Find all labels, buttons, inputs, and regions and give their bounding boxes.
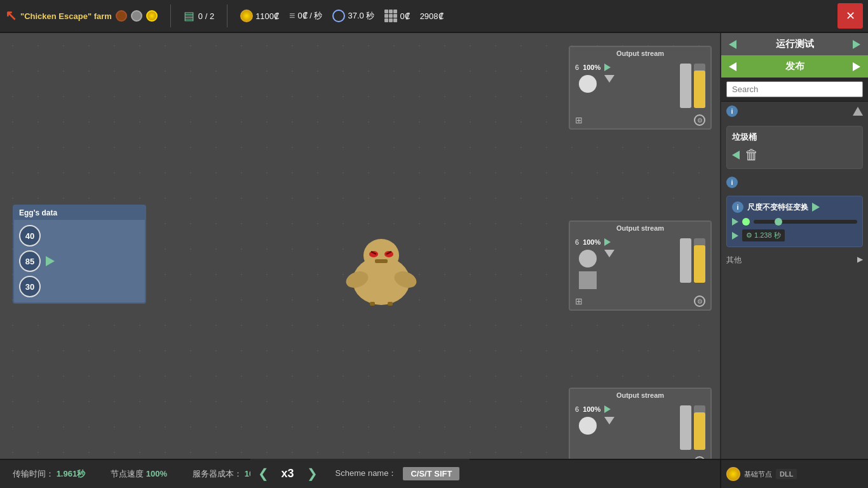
scale-info-row: i bbox=[721, 174, 868, 191]
scale-card-header: i 尺度不变特征变换 bbox=[732, 201, 857, 213]
dot-indicator bbox=[742, 218, 750, 226]
rate-icon: ≡ bbox=[289, 10, 295, 22]
trash-row: 🗑 bbox=[732, 147, 857, 163]
layer-icon-1[interactable]: ⊞ bbox=[575, 115, 583, 125]
zero-value: 0₡ bbox=[400, 11, 409, 21]
right-bottom-bar: 基础节点 DLL bbox=[720, 459, 868, 488]
rate-value: 0₡ / 秒 bbox=[297, 10, 322, 22]
output-num-1: 6 bbox=[575, 64, 579, 71]
output-slider-v-2b[interactable] bbox=[694, 238, 705, 283]
other-arrow-icon[interactable]: ▶ bbox=[857, 255, 863, 264]
scale-play-icon[interactable] bbox=[732, 218, 738, 226]
time-section: 37.0 秒 bbox=[332, 10, 374, 22]
scale-card-info[interactable]: i bbox=[732, 201, 743, 213]
scale-time-value: 1.238 秒 bbox=[754, 231, 781, 239]
output-shape-circle-2 bbox=[579, 250, 597, 268]
output-num-2: 6 bbox=[575, 238, 579, 246]
slider-fill-1b bbox=[694, 71, 705, 109]
output-middle-3 bbox=[604, 405, 676, 424]
trash-card: 垃圾桶 🗑 bbox=[726, 126, 863, 169]
chevron-left-button[interactable]: ❮ bbox=[250, 466, 276, 481]
egg-stat-circle-2: 85 bbox=[19, 250, 41, 272]
slider-fill-3a bbox=[680, 405, 691, 450]
output-num-row-3: 6 100% bbox=[575, 405, 600, 413]
output-left-2: 6 100% bbox=[575, 238, 600, 289]
scroll-up-button[interactable] bbox=[853, 107, 863, 116]
chicken-svg bbox=[343, 236, 419, 306]
run-test-button[interactable]: 运行测试 bbox=[721, 33, 868, 55]
layer-icon-2[interactable]: ⊞ bbox=[575, 296, 583, 306]
scale-time-play-icon[interactable] bbox=[732, 232, 738, 240]
egg-data-header: Egg's data bbox=[14, 206, 145, 220]
publish-button[interactable]: 发布 bbox=[721, 55, 868, 78]
run-arrow-left-icon bbox=[729, 40, 736, 49]
svg-rect-10 bbox=[388, 302, 393, 306]
scale-time-row: ⚙ 1.238 秒 bbox=[732, 229, 857, 241]
exit-button[interactable]: ✕ bbox=[837, 3, 863, 29]
scale-card: i 尺度不变特征变换 ⚙ 1.238 秒 bbox=[726, 196, 863, 247]
slots-section: ▤ 0 / 2 bbox=[184, 9, 214, 23]
settings-circle-1[interactable]: ⚙ bbox=[694, 114, 705, 126]
output-tri-down-3[interactable] bbox=[604, 417, 614, 424]
scale-time-icon: ⚙ bbox=[746, 231, 752, 239]
output-tri-down-1[interactable] bbox=[604, 75, 614, 83]
egg-stat-3: 30 bbox=[19, 276, 140, 297]
output-slider-v-1b[interactable] bbox=[694, 64, 705, 108]
slider-fill-1a bbox=[680, 64, 691, 108]
info-button[interactable]: i bbox=[726, 105, 738, 117]
scheme-name-area: Scheme name： C/S/T SIFT bbox=[325, 459, 470, 488]
search-input[interactable] bbox=[726, 81, 863, 97]
coin-icon bbox=[240, 10, 253, 22]
output-play-1[interactable] bbox=[604, 64, 611, 71]
egg-data-panel: Egg's data 40 85 30 bbox=[13, 205, 146, 304]
output-slider-v-2a[interactable] bbox=[680, 238, 691, 283]
scale-arrow-icon[interactable] bbox=[812, 203, 820, 212]
slots-icon: ▤ bbox=[184, 9, 194, 23]
output-shape-circle-1 bbox=[579, 75, 597, 93]
scale-time-display: ⚙ 1.238 秒 bbox=[742, 229, 785, 241]
output-sliders-2 bbox=[680, 238, 705, 283]
title-section: ↖ "Chicken Escape" farm bbox=[5, 8, 158, 24]
output-slider-v-1a[interactable] bbox=[680, 64, 691, 108]
search-box bbox=[721, 78, 868, 102]
output-left-3: 6 100% bbox=[575, 405, 600, 435]
chevron-right-button[interactable]: ❯ bbox=[299, 466, 325, 481]
scale-slider-row bbox=[732, 218, 857, 226]
rbb-coin-icon bbox=[726, 467, 740, 481]
main-canvas[interactable]: Egg's data 40 85 30 Output stream 6 100% bbox=[0, 33, 720, 488]
output-play-2[interactable] bbox=[604, 238, 611, 246]
output-tri-down-2[interactable] bbox=[604, 250, 614, 257]
output-play-3[interactable] bbox=[604, 405, 611, 413]
output-middle-1 bbox=[604, 64, 676, 83]
output-footer-1: ⊞ ⚙ bbox=[570, 112, 710, 128]
output-num-3: 6 bbox=[575, 405, 579, 413]
scale-slider-track[interactable] bbox=[754, 220, 857, 224]
output-slider-v-3b[interactable] bbox=[694, 405, 705, 450]
transfer-value: 1.961秒 bbox=[57, 469, 86, 478]
pub-arrow-left-icon bbox=[729, 62, 736, 71]
egg-stat-circle-3: 30 bbox=[19, 276, 41, 297]
right-panel: 运行测试 发布 i 垃圾桶 🗑 i i bbox=[720, 33, 868, 488]
output-inner-1: 6 100% bbox=[570, 60, 710, 112]
output-header-2: Output stream bbox=[570, 222, 710, 234]
coins-value: 1100₡ bbox=[255, 11, 279, 21]
output-sliders-1 bbox=[680, 64, 705, 108]
output-pct-1: 100% bbox=[583, 64, 600, 71]
trash-icon: 🗑 bbox=[745, 147, 759, 163]
svg-point-3 bbox=[384, 251, 393, 257]
top-bar: ↖ "Chicken Escape" farm ▤ 0 / 2 1100₡ ≡ … bbox=[0, 0, 868, 33]
speed-value: 100% bbox=[146, 469, 167, 478]
output-num-row-1: 6 100% bbox=[575, 64, 600, 71]
egg-play-button[interactable] bbox=[46, 256, 55, 266]
svg-rect-9 bbox=[370, 302, 375, 306]
trash-play-icon[interactable] bbox=[732, 151, 740, 159]
egg-stat-1: 40 bbox=[19, 225, 140, 247]
output-middle-2 bbox=[604, 238, 676, 257]
output-slider-v-3a[interactable] bbox=[680, 405, 691, 450]
right-top: 运行测试 发布 i bbox=[721, 33, 868, 121]
svg-rect-6 bbox=[375, 259, 388, 263]
scale-info-button[interactable]: i bbox=[726, 177, 738, 188]
settings-circle-2[interactable]: ⚙ bbox=[694, 295, 705, 307]
run-arrow-right-icon bbox=[853, 40, 860, 49]
output-inner-2: 6 100% bbox=[570, 234, 710, 293]
